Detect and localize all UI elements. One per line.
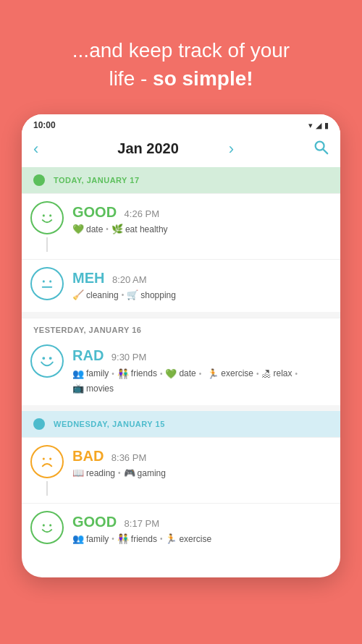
mood-label-good-wed: GOOD [72,514,117,530]
tag-gaming: 🎮 gaming [124,467,166,478]
connector-line-2 [46,481,48,496]
tag-eat-healthy-label: eat healthy [125,224,168,234]
tag-cleaning: 🧹 cleaning [72,289,119,300]
entry-tags-meh: 🧹 cleaning • 🛒 shopping [72,289,329,300]
next-month-button[interactable]: › [229,140,234,158]
header-line2-normal: life - [109,67,153,90]
tag-family: 👥 family [72,368,109,379]
wifi-icon: ▾ [308,121,313,130]
svg-point-9 [43,458,45,460]
status-time: 10:00 [33,120,56,130]
search-button[interactable] [313,139,329,158]
section-gap-1 [22,312,340,318]
day-header-wednesday: WEDNESDAY, JANUARY 15 [22,411,340,437]
mood-icon-rad [30,344,64,378]
entry-content-rad: RAD 9:30 PM 👥 family • 👫 friends [72,344,329,394]
tag-exercise-wed: 🏃 exercise [165,533,211,544]
day-header-today: TODAY, JANUARY 17 [22,167,340,193]
today-label: TODAY, JANUARY 17 [54,176,140,185]
tag-movies-rad: 📺 movies [72,383,114,394]
tag-date: 💚 date [72,224,103,234]
battery-icon: ▮ [324,121,329,130]
svg-point-3 [49,215,51,217]
today-dot [33,174,45,186]
entry-time-bad: 8:36 PM [111,452,146,463]
svg-point-4 [43,281,45,283]
svg-point-7 [42,357,45,360]
mood-label-good: GOOD [72,204,117,220]
header-line1: ...and keep track of your [22,36,340,64]
entry-bad-wednesday[interactable]: BAD 8:36 PM 📖 reading • 🎮 gaming [22,437,340,503]
tag-eat-healthy: 🌿 eat healthy [111,224,168,234]
shopping-icon: 🛒 [127,289,138,300]
nav-bar: ‹ Jan 2020 › [22,133,340,167]
entry-content-good: GOOD 4:26 PM 💚 date • 🌿 eat healthy [72,201,329,234]
reading-icon: 📖 [72,467,84,478]
month-year-title: Jan 2020 [117,140,179,157]
entry-time-rad: 9:30 PM [111,352,146,363]
mood-icon-meh [30,267,64,300]
entry-tags-good-wed: 👥 family • 👫 friends • 🏃 exercise [72,533,329,544]
header-line2: life - so simple! [22,64,340,93]
tag-cleaning-label: cleaning [86,290,119,300]
entry-content-meh: MEH 8:20 AM 🧹 cleaning • 🛒 shopping [72,267,329,300]
wednesday-dot [33,418,45,430]
status-bar: 10:00 ▾ ◢ ▮ [22,114,340,133]
svg-point-8 [49,357,52,360]
entry-meh-today[interactable]: MEH 8:20 AM 🧹 cleaning • 🛒 shopping [22,259,340,308]
entry-content-good-wed: GOOD 8:17 PM 👥 family • 👫 friends [72,511,329,544]
entry-tags-rad: 👥 family • 👫 friends • 💚 date [72,367,329,394]
day-header-yesterday: YESTERDAY, JANUARY 16 [22,318,340,337]
phone-mockup: 10:00 ▾ ◢ ▮ ‹ Jan 2020 › TODAY, JANUARY … [22,114,340,577]
scroll-content[interactable]: TODAY, JANUARY 17 GOOD [22,167,340,572]
entry-content-bad: BAD 8:36 PM 📖 reading • 🎮 gaming [72,445,329,478]
tag-relax-rad: 🏖 relax [261,368,292,379]
entry-good-today[interactable]: GOOD 4:26 PM 💚 date • 🌿 eat healthy [22,193,340,259]
entry-tags-good: 💚 date • 🌿 eat healthy [72,224,329,234]
wednesday-label: WEDNESDAY, JANUARY 15 [54,420,165,428]
mood-icon-good [30,201,64,234]
status-icons: ▾ ◢ ▮ [308,121,329,130]
header-line2-bold: so simple! [153,67,253,90]
tag-exercise-rad: 🏃 exercise [207,368,253,379]
svg-point-12 [49,525,51,527]
header-section: ...and keep track of your life - so simp… [0,0,362,114]
entry-time-good: 4:26 PM [125,208,159,219]
mood-label-meh: MEH [72,270,104,286]
mood-icon-good-wed [30,511,64,544]
mood-label-bad: BAD [72,448,104,464]
svg-point-2 [43,215,45,217]
tag-friends: 👫 friends [117,368,157,379]
tag-date-rad: 💚 date [165,368,195,379]
yesterday-label: YESTERDAY, JANUARY 16 [33,326,141,334]
entry-tags-bad: 📖 reading • 🎮 gaming [72,467,329,478]
date-icon: 💚 [72,224,84,234]
tag-shopping-label: shopping [140,290,176,300]
prev-month-button[interactable]: ‹ [33,140,38,158]
mood-label-rad: RAD [72,347,104,363]
svg-point-10 [49,458,51,460]
day-section-today: TODAY, JANUARY 17 GOOD [22,167,340,308]
tag-date-label: date [86,224,103,234]
entry-time-meh: 8:20 AM [112,274,147,285]
tag-reading: 📖 reading [72,467,115,478]
tag-gaming-label: gaming [138,468,166,478]
day-section-wednesday: WEDNESDAY, JANUARY 15 BA [22,411,340,551]
svg-point-11 [43,525,45,527]
svg-point-5 [49,281,51,283]
section-gap-2 [22,405,340,411]
entry-rad-yesterday[interactable]: RAD 9:30 PM 👥 family • 👫 friends [22,337,340,401]
entry-good-wednesday[interactable]: GOOD 8:17 PM 👥 family • 👫 friends [22,503,340,551]
connector-line [46,237,48,252]
signal-icon: ◢ [316,121,321,130]
tag-family-wed: 👥 family [72,533,109,544]
mood-icon-bad [30,445,64,478]
tag-reading-label: reading [86,468,115,478]
cleaning-icon: 🧹 [72,289,84,300]
tag-friends-wed: 👫 friends [117,533,157,544]
entry-time-good-wed: 8:17 PM [125,518,159,529]
eat-healthy-icon: 🌿 [111,224,123,234]
gaming-icon: 🎮 [124,467,135,478]
svg-line-1 [323,150,327,154]
day-section-yesterday: YESTERDAY, JANUARY 16 RAD [22,318,340,401]
